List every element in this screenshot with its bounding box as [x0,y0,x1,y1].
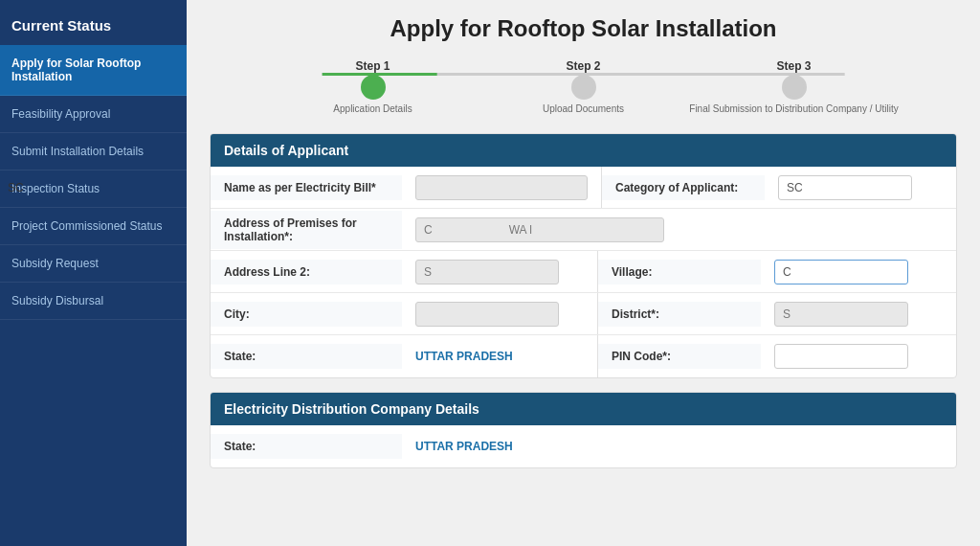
sidebar-item-apply[interactable]: Apply for Solar Rooftop Installation [0,45,187,96]
step1-label: Step 1 [355,59,390,73]
addr2-input-cell [402,254,597,290]
stepper-step2: Step 2 Upload Documents [479,59,689,114]
address-input[interactable] [415,217,664,242]
addr2-village-row: Address Line 2: Village: [211,251,956,293]
step3-circle [782,75,807,100]
category-label: Category of Applicant: [602,175,765,200]
name-input-cell [402,170,601,206]
stepper-step1: Step 1 Application Details [268,59,479,114]
stepper-step3: Step 3 Final Submission to Distribution … [689,59,900,114]
name-category-row: Name as per Electricity Bill* Category o… [211,167,956,209]
state-pin-row: State: UTTAR PRADESH PIN Code*: [211,335,956,377]
elec-state-value: UTTAR PRADESH [415,440,513,453]
addr2-label: Address Line 2: [211,260,402,284]
district-input[interactable] [774,302,908,327]
electricity-section-header: Electricity Distribution Company Details [211,393,956,425]
step3-label: Step 3 [776,59,811,73]
sidebar-item-subsidy-request[interactable]: Subsidy Request [0,245,187,283]
district-label: District*: [598,302,761,327]
city-label: City: [211,302,402,327]
step2-sublabel: Upload Documents [543,103,624,114]
state-value-cell: UTTAR PRADESH [402,344,597,369]
stepper: Step 1 Application Details Step 2 Upload… [210,59,957,114]
sidebar-item-submit-install[interactable]: Submit Installation Details [0,133,187,171]
city-input-cell [402,296,597,332]
applicant-section-body: Name as per Electricity Bill* Category o… [211,167,956,377]
step3-sublabel: Final Submission to Distribution Company… [689,103,898,114]
elec-state-row: State: UTTAR PRADESH [211,425,956,467]
state-value: UTTAR PRADESH [415,350,513,363]
category-input[interactable] [778,175,912,200]
address-input-cell [402,212,956,248]
state-label: State: [211,344,402,369]
sidebar-item-subsidy-disbursal[interactable]: Subsidy Disbursal [0,283,187,320]
step1-sublabel: Application Details [333,103,412,114]
city-input[interactable] [415,302,559,327]
step2-circle [571,75,596,100]
main-content: Apply for Rooftop Solar Installation Ste… [187,0,980,546]
pincode-input[interactable] [774,344,908,369]
sidebar-item-project-commissioned[interactable]: Project Commissioned Status [0,208,187,245]
electricity-section-body: State: UTTAR PRADESH [211,425,956,467]
name-label: Name as per Electricity Bill* [211,175,402,200]
address-label: Address of Premises for Installation*: [211,211,402,249]
addr2-input[interactable] [415,260,559,284]
electricity-section: Electricity Distribution Company Details… [210,392,957,468]
pincode-label: PIN Code*: [598,344,761,369]
address-row: Address of Premises for Installation*: [211,209,956,251]
sidebar-title: Current Status [0,10,187,45]
sidebar-item-inspection[interactable]: Inspection Status [0,171,187,208]
elec-state-value-cell: UTTAR PRADESH [402,434,956,459]
step2-label: Step 2 [566,59,600,73]
category-input-cell: SC [765,170,956,206]
sidebar: Current Status Apply for Solar Rooftop I… [0,0,187,546]
sidebar-item-feasibility[interactable]: Feasibility Approval [0,96,187,133]
district-input-cell [761,296,956,332]
village-label: Village: [598,260,761,284]
applicant-section: Details of Applicant Name as per Electri… [210,133,957,378]
pincode-input-cell [761,338,956,375]
page-title: Apply for Rooftop Solar Installation [210,15,957,42]
applicant-section-header: Details of Applicant [211,134,956,167]
elec-state-label: State: [211,434,402,459]
step1-circle [361,75,386,100]
city-district-row: City: District*: [211,293,956,335]
village-input[interactable] [774,260,908,284]
name-input[interactable] [415,175,588,200]
village-input-cell [761,254,956,290]
